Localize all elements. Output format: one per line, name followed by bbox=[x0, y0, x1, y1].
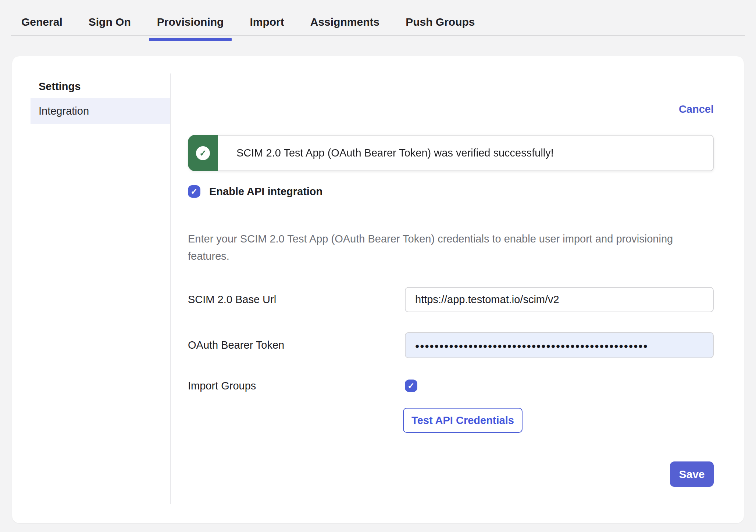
base-url-row: SCIM 2.0 Base Url bbox=[188, 287, 714, 312]
tab-import[interactable]: Import bbox=[250, 8, 284, 36]
oauth-token-input[interactable] bbox=[405, 332, 714, 358]
enable-api-integration-row: ✓ Enable API integration bbox=[188, 185, 714, 198]
sidebar-divider bbox=[170, 73, 171, 504]
enable-api-integration-label: Enable API integration bbox=[209, 186, 322, 198]
success-banner: ✓ SCIM 2.0 Test App (OAuth Bearer Token)… bbox=[188, 135, 714, 171]
check-circle-icon: ✓ bbox=[196, 146, 210, 160]
tab-assignments[interactable]: Assignments bbox=[310, 8, 379, 36]
base-url-label: SCIM 2.0 Base Url bbox=[188, 294, 405, 306]
provisioning-card: Settings Integration Cancel ✓ SCIM 2.0 T… bbox=[12, 56, 744, 523]
integration-settings-panel: Cancel ✓ SCIM 2.0 Test App (OAuth Bearer… bbox=[170, 56, 745, 523]
success-banner-icon-block: ✓ bbox=[188, 135, 218, 171]
import-groups-label: Import Groups bbox=[188, 380, 405, 392]
success-banner-message: SCIM 2.0 Test App (OAuth Bearer Token) w… bbox=[236, 147, 554, 159]
oauth-token-label: OAuth Bearer Token bbox=[188, 339, 405, 351]
success-banner-message-box: SCIM 2.0 Test App (OAuth Bearer Token) w… bbox=[218, 135, 714, 171]
tab-general[interactable]: General bbox=[21, 8, 63, 36]
check-glyph: ✓ bbox=[199, 148, 207, 158]
test-api-credentials-button[interactable]: Test API Credentials bbox=[403, 408, 523, 433]
settings-sidebar: Settings Integration bbox=[12, 56, 170, 523]
sidebar-item-label: Integration bbox=[39, 105, 89, 117]
sidebar-heading: Settings bbox=[39, 80, 170, 93]
tab-provisioning[interactable]: Provisioning bbox=[157, 8, 224, 36]
base-url-input[interactable] bbox=[405, 287, 714, 312]
credentials-description: Enter your SCIM 2.0 Test App (OAuth Bear… bbox=[188, 230, 714, 265]
provisioning-settings-page: General Sign On Provisioning Import Assi… bbox=[0, 0, 756, 532]
cancel-link[interactable]: Cancel bbox=[679, 103, 714, 115]
save-button[interactable]: Save bbox=[670, 461, 714, 487]
check-icon: ✓ bbox=[190, 187, 197, 197]
save-row: Save bbox=[188, 461, 714, 487]
import-groups-checkbox[interactable]: ✓ bbox=[405, 380, 417, 392]
test-credentials-row: Test API Credentials bbox=[188, 408, 714, 433]
tab-push-groups[interactable]: Push Groups bbox=[406, 8, 475, 36]
tab-sign-on[interactable]: Sign On bbox=[89, 8, 131, 36]
import-groups-row: Import Groups ✓ bbox=[188, 379, 714, 392]
oauth-token-row: OAuth Bearer Token bbox=[188, 332, 714, 358]
check-icon: ✓ bbox=[407, 381, 414, 391]
app-tab-bar: General Sign On Provisioning Import Assi… bbox=[0, 0, 756, 36]
enable-api-integration-checkbox[interactable]: ✓ bbox=[188, 185, 200, 198]
sidebar-item-integration[interactable]: Integration bbox=[31, 98, 170, 124]
cancel-row: Cancel bbox=[188, 103, 714, 114]
